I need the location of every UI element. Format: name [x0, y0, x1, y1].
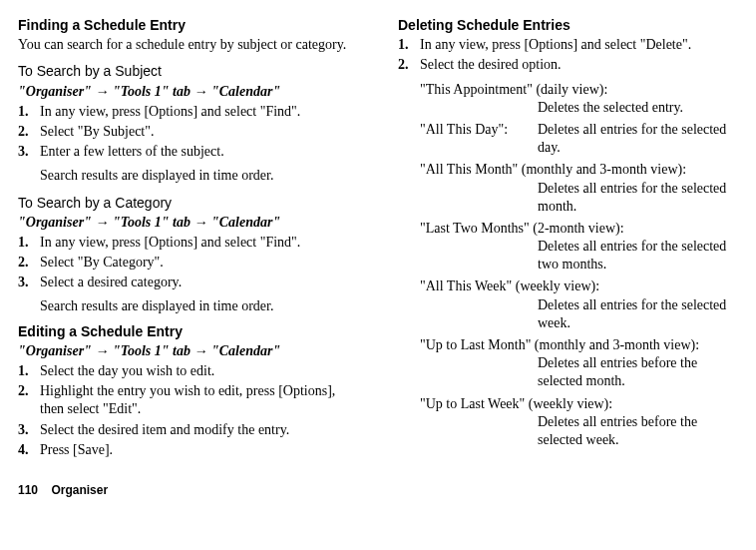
option-desc: Deletes the selected entry.	[538, 99, 738, 117]
right-column: Deleting Schedule Entries 1.In any view,…	[398, 10, 738, 465]
step: 3.Select a desired category.	[18, 274, 358, 291]
breadcrumb-1: "Organiser" → "Tools 1" tab → "Calendar"	[18, 83, 358, 101]
option-desc: Deletes all entries before the selected …	[538, 354, 738, 390]
option-desc: Deletes all entries for the selected wee…	[538, 296, 738, 332]
option-label: "All This Week" (weekly view):	[420, 277, 738, 295]
step: 1.Select the day you wish to edit.	[18, 362, 358, 380]
delete-option: "All This Week" (weekly view):Deletes al…	[420, 277, 738, 332]
steps-category: 1.In any view, press [Options] and selec…	[18, 234, 358, 292]
heading-editing: Editing a Schedule Entry	[18, 322, 358, 340]
delete-option: "Up to Last Month" (monthly and 3-month …	[420, 336, 738, 391]
step: 2.Select the desired option.	[398, 56, 738, 74]
step: 1.In any view, press [Options] and selec…	[398, 36, 738, 54]
page-number: 110	[18, 483, 38, 497]
step: 1.In any view, press [Options] and selec…	[18, 103, 358, 121]
left-column: Finding a Schedule Entry You can search …	[18, 10, 358, 465]
delete-options: "This Appointment" (daily view):Deletes …	[420, 81, 738, 450]
option-desc: Deletes all entries for the selected day…	[538, 121, 738, 157]
subheading-by-category: To Search by a Category	[18, 194, 358, 212]
footer-section: Organiser	[51, 483, 108, 497]
heading-finding: Finding a Schedule Entry	[18, 16, 358, 34]
option-label: "All This Month" (monthly and 3-month vi…	[420, 161, 738, 179]
step: 3.Select the desired item and modify the…	[18, 421, 358, 439]
footer: 110 Organiser	[18, 483, 738, 499]
delete-option: "Up to Last Week" (weekly view):Deletes …	[420, 395, 738, 450]
steps-editing: 1.Select the day you wish to edit. 2.Hig…	[18, 362, 358, 459]
breadcrumb-2: "Organiser" → "Tools 1" tab → "Calendar"	[18, 214, 358, 232]
option-label: "Up to Last Week" (weekly view):	[420, 395, 738, 413]
step: 4.Press [Save].	[18, 441, 358, 459]
delete-option: "Last Two Months" (2-month view):Deletes…	[420, 220, 738, 275]
delete-option: "All This Month" (monthly and 3-month vi…	[420, 161, 738, 216]
option-label: "Up to Last Month" (monthly and 3-month …	[420, 336, 738, 354]
step: 1.In any view, press [Options] and selec…	[18, 234, 358, 252]
step: 3.Enter a few letters of the subject.	[18, 143, 358, 161]
option-label: "This Appointment" (daily view):	[420, 81, 738, 99]
option-label: "All This Day":	[420, 121, 538, 157]
delete-option: "All This Day":Deletes all entries for t…	[420, 121, 738, 157]
steps-subject: 1.In any view, press [Options] and selec…	[18, 103, 358, 162]
steps-deleting: 1.In any view, press [Options] and selec…	[398, 36, 738, 74]
delete-option: "This Appointment" (daily view):Deletes …	[420, 81, 738, 117]
option-desc: Deletes all entries before the selected …	[538, 413, 738, 449]
option-desc: Deletes all entries for the selected mon…	[538, 180, 738, 216]
step: 2.Select "By Category".	[18, 254, 358, 272]
result-text: Search results are displayed in time ord…	[40, 297, 358, 315]
subheading-by-subject: To Search by a Subject	[18, 62, 358, 80]
step: 2.Highlight the entry you wish to edit, …	[18, 382, 358, 418]
option-label: "Last Two Months" (2-month view):	[420, 220, 738, 238]
heading-deleting: Deleting Schedule Entries	[398, 16, 738, 34]
breadcrumb-3: "Organiser" → "Tools 1" tab → "Calendar"	[18, 342, 358, 360]
option-desc: Deletes all entries for the selected two…	[538, 238, 738, 274]
result-text: Search results are displayed in time ord…	[40, 167, 358, 185]
intro-text: You can search for a schedule entry by s…	[18, 36, 358, 54]
step: 2.Select "By Subject".	[18, 123, 358, 141]
